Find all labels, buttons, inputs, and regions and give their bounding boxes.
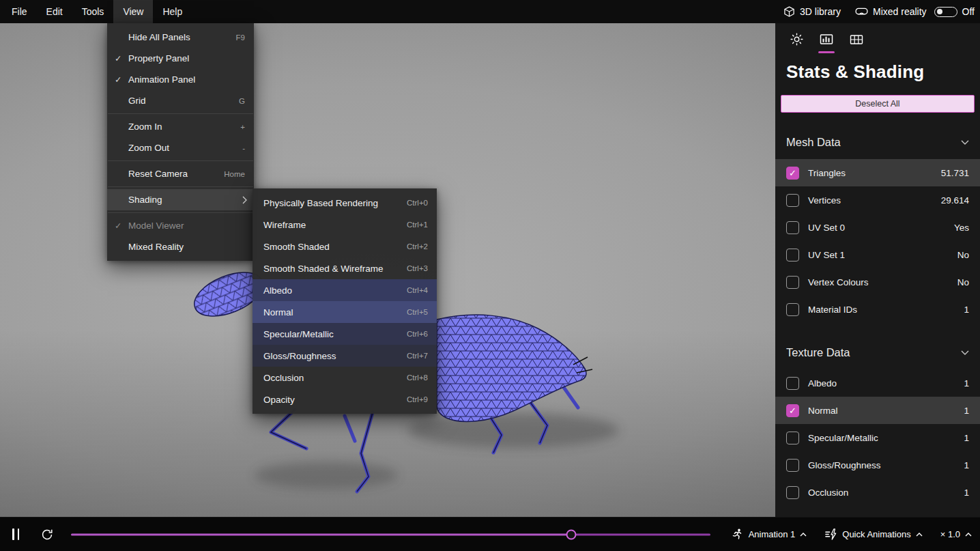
quick-animations-label: Quick Animations <box>842 529 910 539</box>
chevron-right-icon <box>242 196 247 204</box>
pause-button[interactable] <box>0 518 31 551</box>
texture-row-occlusion[interactable]: Occlusion 1 <box>775 479 980 506</box>
menu-item-grid[interactable]: Grid G <box>107 90 254 111</box>
3d-library-button[interactable]: 3D library <box>783 6 841 18</box>
checkbox-material-ids[interactable] <box>786 303 799 316</box>
menu-item-reset-camera[interactable]: Reset Camera Home <box>107 163 254 184</box>
animation-name-label: Animation 1 <box>749 529 796 539</box>
texture-row-albedo[interactable]: Albedo 1 <box>775 369 980 397</box>
check-icon: ✓ <box>789 169 796 178</box>
menu-separator <box>108 160 253 161</box>
stats-shading-panel: Stats & Shading Deselect All Mesh Data ✓… <box>775 23 980 517</box>
menu-strip: File Edit Tools View Help <box>0 0 192 23</box>
submenu-item-specular-metallic[interactable]: Specular/Metallic Ctrl+6 <box>253 323 437 345</box>
speed-selector[interactable]: × 1.0 <box>940 529 972 539</box>
menu-item-zoom-out[interactable]: Zoom Out - <box>107 137 254 158</box>
menu-separator <box>108 212 253 213</box>
checkbox-gloss-roughness[interactable] <box>786 459 799 472</box>
menu-separator <box>108 113 253 114</box>
check-icon: ✓ <box>789 406 796 415</box>
mixed-reality-toggle-group: Mixed reality Off <box>855 6 975 17</box>
submenu-item-occlusion[interactable]: Occlusion Ctrl+8 <box>253 367 437 388</box>
checkbox-uv-set-1[interactable] <box>786 249 799 262</box>
3d-library-label: 3D library <box>800 6 841 17</box>
loop-button[interactable] <box>31 518 63 551</box>
menu-separator <box>108 186 253 187</box>
quick-animations-icon <box>824 528 837 541</box>
checkbox-specular-metallic[interactable] <box>786 432 799 444</box>
submenu-item-opacity[interactable]: Opacity Ctrl+9 <box>253 388 437 410</box>
submenu-item-wireframe[interactable]: Wireframe Ctrl+1 <box>253 214 437 236</box>
check-icon: ✓ <box>115 53 128 63</box>
checkbox-uv-set-0[interactable] <box>786 221 799 234</box>
stat-row-uv-set-1[interactable]: UV Set 1 No <box>775 241 980 268</box>
loop-icon <box>40 528 54 541</box>
menu-file[interactable]: File <box>2 0 37 23</box>
submenu-item-smooth-shaded-wireframe[interactable]: Smooth Shaded & Wireframe Ctrl+3 <box>253 257 437 279</box>
texture-row-normal[interactable]: ✓ Normal 1 <box>775 397 980 424</box>
tab-stats-shading[interactable] <box>820 33 833 53</box>
sun-icon <box>790 33 803 46</box>
chevron-down-icon <box>961 350 969 355</box>
mixed-reality-label: Mixed reality <box>873 6 927 17</box>
stat-row-uv-set-0[interactable]: UV Set 0 Yes <box>775 214 980 241</box>
check-icon: ✓ <box>115 74 128 85</box>
slider-track[interactable] <box>71 533 710 535</box>
menu-item-hide-all-panels[interactable]: Hide All Panels F9 <box>107 27 254 48</box>
menu-item-zoom-in[interactable]: Zoom In + <box>107 116 254 137</box>
shading-submenu: Physically Based Rendering Ctrl+0 Wirefr… <box>253 188 437 414</box>
stats-chart-icon <box>820 33 833 46</box>
running-figure-icon <box>731 528 744 541</box>
animation-selector[interactable]: Animation 1 <box>731 528 807 541</box>
topbar-right: 3D library Mixed reality Off <box>783 0 980 23</box>
checkbox-vertex-colours[interactable] <box>786 276 799 289</box>
stat-row-vertex-colours[interactable]: Vertex Colours No <box>775 268 980 296</box>
texture-row-gloss-roughness[interactable]: Gloss/Roughness 1 <box>775 451 980 479</box>
texture-data-title: Texture Data <box>786 346 850 359</box>
texture-row-specular-metallic[interactable]: Specular/Metallic 1 <box>775 424 980 451</box>
checkbox-normal[interactable]: ✓ <box>786 404 799 417</box>
check-icon: ✓ <box>115 221 128 231</box>
tab-lighting[interactable] <box>790 33 803 53</box>
submenu-item-normal[interactable]: Normal Ctrl+5 <box>253 301 437 323</box>
submenu-item-physically-based-rendering[interactable]: Physically Based Rendering Ctrl+0 <box>253 192 437 214</box>
checkbox-vertices[interactable] <box>786 194 799 207</box>
view-dropdown-menu: Hide All Panels F9 ✓ Property Panel ✓ An… <box>107 23 254 261</box>
menubar: File Edit Tools View Help 3D library Mix… <box>0 0 980 23</box>
mesh-data-header[interactable]: Mesh Data <box>775 125 980 159</box>
chevron-up-icon <box>916 533 923 537</box>
pause-icon <box>12 528 14 540</box>
slider-thumb[interactable] <box>566 529 577 539</box>
checkbox-albedo[interactable] <box>786 377 799 390</box>
quick-animations-selector[interactable]: Quick Animations <box>824 528 922 541</box>
timeline-slider[interactable] <box>71 528 710 541</box>
submenu-item-gloss-roughness[interactable]: Gloss/Roughness Ctrl+7 <box>253 345 437 367</box>
stat-row-triangles[interactable]: ✓ Triangles 51.731 <box>775 159 980 186</box>
stat-row-material-ids[interactable]: Material IDs 1 <box>775 296 980 323</box>
menu-item-shading[interactable]: Shading <box>107 189 254 210</box>
menu-help[interactable]: Help <box>153 0 192 23</box>
checkbox-triangles[interactable]: ✓ <box>786 167 799 180</box>
texture-data-header[interactable]: Texture Data <box>775 335 980 369</box>
toggle-knob <box>937 9 942 14</box>
submenu-item-smooth-shaded[interactable]: Smooth Shaded Ctrl+2 <box>253 236 437 257</box>
tab-grid[interactable] <box>850 33 863 53</box>
panel-title: Stats & Shading <box>786 61 969 83</box>
menu-item-animation-panel[interactable]: ✓ Animation Panel <box>107 69 254 90</box>
menu-view[interactable]: View <box>113 0 153 23</box>
chevron-down-icon <box>961 140 969 145</box>
menu-item-property-panel[interactable]: ✓ Property Panel <box>107 48 254 69</box>
chevron-up-icon <box>965 533 972 537</box>
mixed-reality-toggle[interactable] <box>934 7 957 17</box>
deselect-all-button[interactable]: Deselect All <box>781 95 975 113</box>
menu-item-mixed-reality[interactable]: Mixed Reality <box>107 236 254 257</box>
mesh-data-title: Mesh Data <box>786 136 841 149</box>
menu-item-model-viewer[interactable]: ✓ Model Viewer <box>107 215 254 236</box>
cube-icon <box>783 6 795 18</box>
submenu-item-albedo[interactable]: Albedo Ctrl+4 <box>253 279 437 301</box>
checkbox-occlusion[interactable] <box>786 486 799 499</box>
mixed-reality-goggles-icon <box>855 8 868 16</box>
stat-row-vertices[interactable]: Vertices 29.614 <box>775 186 980 214</box>
menu-tools[interactable]: Tools <box>72 0 114 23</box>
menu-edit[interactable]: Edit <box>37 0 72 23</box>
